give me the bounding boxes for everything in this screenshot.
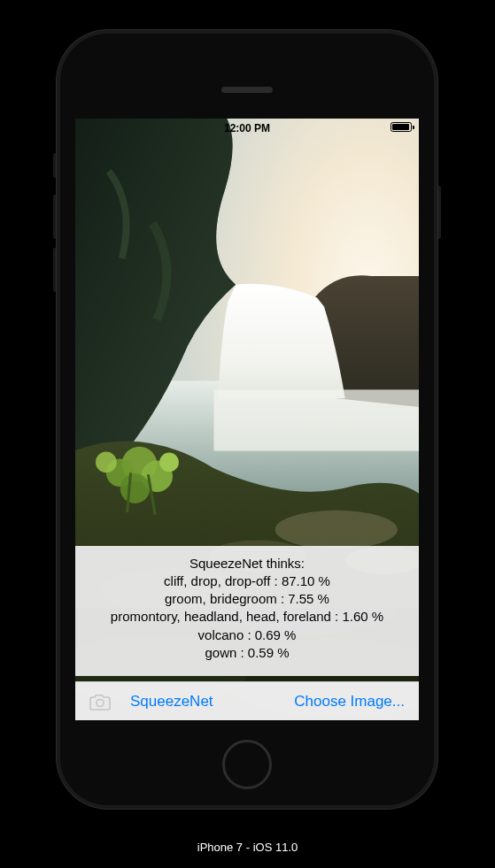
status-time: 12:00 PM: [224, 122, 270, 134]
svg-point-14: [159, 453, 179, 472]
toolbar: SqueezeNet Choose Image...: [75, 681, 419, 720]
choose-image-button[interactable]: Choose Image...: [294, 693, 405, 711]
result-line: groom, bridegroom : 7.55 %: [82, 590, 412, 608]
result-line: volcano : 0.69 %: [82, 626, 412, 644]
simulator-caption: iPhone 7 - iOS 11.0: [0, 841, 495, 854]
battery-icon: [391, 122, 412, 132]
device-frame: 12:00 PM SqueezeNet thinks: cliff, drop,…: [57, 30, 437, 809]
camera-icon[interactable]: [89, 693, 111, 711]
earpiece-speaker: [221, 87, 273, 93]
results-title: SqueezeNet thinks:: [82, 555, 412, 572]
results-panel: SqueezeNet thinks: cliff, drop, drop-off…: [75, 546, 419, 677]
screen: 12:00 PM SqueezeNet thinks: cliff, drop,…: [75, 119, 419, 720]
result-line: promontory, headland, head, foreland : 1…: [82, 608, 412, 626]
model-button[interactable]: SqueezeNet: [130, 693, 213, 711]
svg-rect-3: [213, 389, 419, 450]
home-button[interactable]: [222, 740, 272, 789]
svg-point-12: [120, 473, 151, 503]
svg-point-13: [96, 452, 117, 473]
result-line: gown : 0.59 %: [82, 644, 412, 662]
svg-point-4: [275, 511, 398, 549]
result-line: cliff, drop, drop-off : 87.10 %: [82, 572, 412, 590]
status-bar: 12:00 PM: [75, 122, 419, 134]
device-bezel: 12:00 PM SqueezeNet thinks: cliff, drop,…: [60, 34, 434, 805]
svg-point-18: [97, 699, 104, 706]
